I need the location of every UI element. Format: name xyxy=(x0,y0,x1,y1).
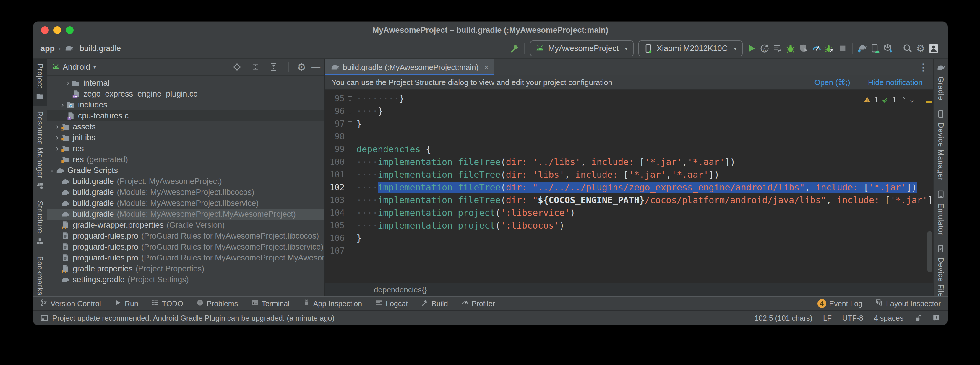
breadcrumb-file[interactable]: build.gradle xyxy=(80,44,121,53)
code-editor[interactable]: 95········}96····}97}9899dependencies {1… xyxy=(325,90,933,283)
caret-position[interactable]: 102:5 (101 chars) xyxy=(754,314,813,322)
editor-options-kebab-icon[interactable]: ⋮ xyxy=(918,62,928,73)
code-line[interactable]: 100····implementation fileTree(dir: '../… xyxy=(325,156,933,168)
tool-tab-device-manager[interactable]: Device Manager xyxy=(934,105,948,186)
chevron-right-icon[interactable] xyxy=(54,146,61,151)
code-text[interactable]: ····implementation project(':libservice'… xyxy=(355,206,576,219)
chevron-down-icon[interactable] xyxy=(48,168,56,173)
unlock-icon[interactable] xyxy=(914,314,922,322)
code-text[interactable]: dependencies { xyxy=(355,143,431,156)
tool-window-button-todo[interactable]: TODO xyxy=(151,299,183,308)
tree-item[interactable]: gradle-wrapper.properties(Gradle Version… xyxy=(47,220,325,231)
tree-item[interactable]: includes xyxy=(47,100,325,110)
hide-notification-link[interactable]: Hide notification xyxy=(868,78,923,87)
code-line[interactable]: 96····} xyxy=(325,105,933,117)
fold-marker-icon[interactable] xyxy=(345,109,355,114)
tree-item[interactable]: internal xyxy=(47,78,325,89)
run-configuration-select[interactable]: MyAwesomeProject ▼ xyxy=(530,40,634,56)
tree-item[interactable]: proguard-rules.pro(ProGuard Rules for My… xyxy=(47,241,325,252)
code-line[interactable]: 105····implementation project(':libcocos… xyxy=(325,219,933,232)
code-line[interactable]: 98 xyxy=(325,130,933,143)
expand-all-icon[interactable] xyxy=(249,60,262,73)
stop-button[interactable] xyxy=(836,42,849,55)
tree-item[interactable]: settings.gradle(Project Settings) xyxy=(47,275,325,285)
status-message[interactable]: Project update recommended: Android Grad… xyxy=(52,314,334,322)
code-text[interactable]: ····implementation fileTree(dir: "${COCO… xyxy=(355,194,933,206)
code-line[interactable]: 106} xyxy=(325,232,933,244)
fold-marker-icon[interactable] xyxy=(345,96,355,101)
code-line[interactable]: 97} xyxy=(325,117,933,130)
tree-item[interactable]: proguard-rules.pro(ProGuard Rules for My… xyxy=(47,252,325,263)
code-line[interactable]: 104····implementation project(':libservi… xyxy=(325,206,933,219)
search-everywhere-icon[interactable] xyxy=(901,42,914,55)
hide-panel-icon[interactable]: — xyxy=(312,63,320,71)
code-text[interactable]: ····implementation fileTree(dir: 'libs',… xyxy=(355,168,719,181)
code-line[interactable]: 95········} xyxy=(325,92,933,105)
tool-window-button-terminal[interactable]: Terminal xyxy=(251,299,290,308)
tree-item[interactable]: proguard-rules.pro(ProGuard Rules for My… xyxy=(47,231,325,241)
tool-window-toggle-icon[interactable] xyxy=(40,314,48,322)
apply-changes-icon[interactable]: A xyxy=(758,42,771,55)
tree-item[interactable]: gradle.properties(Project Properties) xyxy=(47,263,325,275)
tree-item[interactable]: C++zego_express_engine_plugin.cc xyxy=(47,89,325,100)
code-text[interactable]: } xyxy=(355,117,362,130)
editor-breadcrumb[interactable]: dependencies{} xyxy=(325,283,933,296)
build-hammer-icon[interactable] xyxy=(508,42,521,55)
tree-item[interactable]: jniLibs xyxy=(47,132,325,143)
tool-window-button-profiler[interactable]: Profiler xyxy=(461,299,495,308)
tool-window-button-logcat[interactable]: Logcat xyxy=(375,299,408,308)
tool-tab-gradle[interactable]: Gradle xyxy=(934,59,948,105)
tool-tab-emulator[interactable]: Emulator xyxy=(934,186,948,240)
avatar[interactable] xyxy=(927,42,940,55)
device-manager-icon[interactable] xyxy=(869,42,881,55)
fold-marker-icon[interactable] xyxy=(345,236,355,241)
chevron-right-icon[interactable] xyxy=(54,124,61,130)
tool-window-button-problems[interactable]: Problems xyxy=(196,299,238,308)
editor-tab[interactable]: build.gradle (:MyAwesomeProject:main) × xyxy=(325,59,495,75)
zoom-window-button[interactable] xyxy=(66,26,73,34)
breadcrumb-module[interactable]: app xyxy=(40,44,55,53)
code-text[interactable]: ····} xyxy=(355,105,383,117)
close-tab-icon[interactable]: × xyxy=(484,62,489,72)
code-line[interactable]: 101····implementation fileTree(dir: 'lib… xyxy=(325,168,933,181)
device-select[interactable]: Xiaomi M2012K10C ▼ xyxy=(638,40,743,56)
notifications-balloon-icon[interactable] xyxy=(932,314,940,322)
code-text[interactable]: ····implementation fileTree(dir: '../lib… xyxy=(355,156,735,168)
tree-item[interactable]: Ccpu-features.c xyxy=(47,110,325,121)
fold-marker-icon[interactable] xyxy=(345,147,355,152)
close-window-button[interactable] xyxy=(41,26,49,34)
panel-settings-gear-icon[interactable]: ⚙ xyxy=(298,62,306,72)
project-view-select[interactable]: Android xyxy=(63,63,90,72)
tool-tab-project[interactable]: Project xyxy=(33,59,47,106)
tool-tab-resource-manager[interactable]: Resource Manager xyxy=(33,106,47,197)
code-text[interactable]: ····implementation project(':libcocos') xyxy=(355,219,565,232)
tool-window-button-build[interactable]: Build xyxy=(421,299,448,308)
code-text[interactable]: ····implementation fileTree(dir: "../../… xyxy=(355,181,917,194)
collapse-all-icon[interactable] xyxy=(267,60,280,73)
tool-window-button-version-control[interactable]: Version Control xyxy=(40,299,101,308)
tree-item[interactable]: res xyxy=(47,143,325,154)
code-line[interactable]: 107 xyxy=(325,244,933,257)
tree-item[interactable]: Gradle Scripts xyxy=(47,165,325,176)
open-project-structure-link[interactable]: Open (⌘;) xyxy=(815,78,850,87)
apply-code-changes-icon[interactable] xyxy=(771,42,784,55)
tool-window-button-event-log[interactable]: 4Event Log xyxy=(818,299,863,308)
line-separator[interactable]: LF xyxy=(823,314,832,322)
tree-item[interactable]: res(generated) xyxy=(47,154,325,165)
code-text[interactable]: } xyxy=(355,232,362,244)
debug-button[interactable] xyxy=(784,42,797,55)
indent-setting[interactable]: 4 spaces xyxy=(874,314,904,322)
chevron-right-icon[interactable] xyxy=(59,103,66,108)
chevron-right-icon[interactable] xyxy=(64,81,72,86)
tool-window-button-layout-inspector[interactable]: Layout Inspector xyxy=(875,299,941,308)
select-opened-file-icon[interactable] xyxy=(231,60,243,73)
code-line[interactable]: 99dependencies { xyxy=(325,143,933,156)
code-text[interactable]: ········} xyxy=(355,92,404,105)
gradle-sync-icon[interactable] xyxy=(856,42,869,55)
tree-item[interactable]: build.gradle(Module: MyAwesomeProject.li… xyxy=(47,198,325,209)
attach-debugger-icon[interactable] xyxy=(797,42,810,55)
code-line[interactable]: 102····implementation fileTree(dir: "../… xyxy=(325,181,933,194)
tree-item[interactable]: build.gradle(Module: MyAwesomeProject.li… xyxy=(47,187,325,198)
settings-gear-icon[interactable]: ⚙ xyxy=(914,42,927,55)
profiler-button[interactable] xyxy=(810,42,823,55)
